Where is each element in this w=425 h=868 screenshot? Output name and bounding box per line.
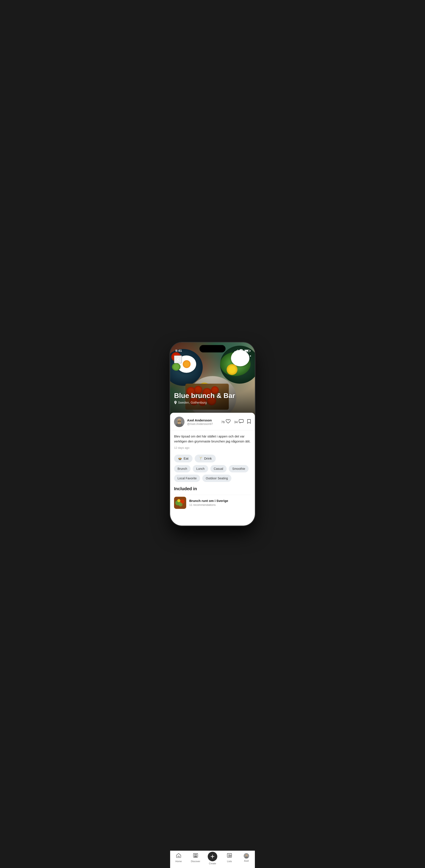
status-time: 9:41 — [175, 349, 182, 352]
more-button[interactable] — [246, 355, 251, 356]
review-text: Blev tipsad om det här stället i appen o… — [174, 434, 251, 444]
tag-casual-label: Casual — [214, 467, 223, 470]
svg-rect-6 — [179, 421, 181, 422]
dynamic-island — [199, 345, 226, 352]
svg-point-12 — [179, 503, 182, 506]
primary-tags: 🍲 Eat 🍸 Drink — [174, 455, 251, 462]
signal-icon — [234, 349, 238, 352]
lemon-2 — [227, 364, 237, 375]
back-button[interactable] — [174, 355, 182, 363]
user-actions: 76 34 — [221, 419, 251, 425]
comment-button[interactable]: 34 — [234, 419, 244, 425]
wifi-icon — [239, 349, 243, 352]
list-name: Brunch runt om i Sverige — [189, 499, 251, 503]
tag-outdoor-seating-label: Outdoor Seating — [206, 476, 228, 480]
tags-section: 🍲 Eat 🍸 Drink Brunch Lunch — [170, 451, 255, 486]
venue-location: Sweden, Gothenburg — [174, 401, 251, 404]
list-info: Brunch runt om i Sverige 11 recommendati… — [189, 499, 251, 506]
included-section: Included in Brunch runt om i Sverige — [170, 486, 255, 514]
comment-icon — [239, 419, 244, 425]
tag-smoothie-label: Smoothie — [232, 467, 245, 470]
user-name: Axel Andersson — [187, 418, 221, 422]
tag-brunch-label: Brunch — [177, 467, 187, 470]
tag-lunch[interactable]: Lunch — [193, 465, 208, 472]
tag-outdoor-seating[interactable]: Outdoor Seating — [202, 474, 231, 482]
tag-eat-label: Eat — [183, 457, 189, 460]
svg-point-13 — [177, 499, 180, 502]
comment-count: 34 — [234, 420, 238, 424]
tag-drink-label: Drink — [204, 457, 212, 460]
user-section: Axel Andersson @Axel.Andersson97 76 34 — [170, 413, 255, 430]
phone-frame: 9:41 — [170, 342, 255, 526]
avocado-1 — [172, 363, 180, 371]
tag-casual[interactable]: Casual — [210, 465, 227, 472]
tag-brunch[interactable]: Brunch — [174, 465, 191, 472]
tag-drink[interactable]: 🍸 Drink — [195, 455, 216, 462]
status-icons — [234, 349, 250, 352]
user-info: Axel Andersson @Axel.Andersson97 — [187, 418, 221, 426]
list-item[interactable]: Brunch runt om i Sverige 11 recommendati… — [174, 495, 251, 510]
drink-icon: 🍸 — [199, 457, 203, 461]
tag-lunch-label: Lunch — [196, 467, 204, 470]
list-count: 11 recommendations — [189, 503, 251, 506]
bookmark-icon — [247, 419, 251, 425]
svg-rect-8 — [239, 420, 243, 423]
review-time: 12 days ago — [174, 446, 251, 450]
included-title: Included in — [174, 486, 251, 491]
venue-title: Blue brunch & Bar — [174, 392, 251, 400]
eat-icon: 🍲 — [178, 457, 182, 461]
tag-eat[interactable]: 🍲 Eat — [174, 455, 193, 462]
phone-screen: 9:41 — [170, 342, 255, 526]
tag-local-favorite[interactable]: Local Favorite — [174, 474, 200, 482]
tag-smoothie[interactable]: Smoothie — [229, 465, 249, 472]
battery-icon — [244, 349, 250, 352]
tag-local-favorite-label: Local Favorite — [177, 476, 197, 480]
svg-rect-4 — [177, 422, 181, 424]
bookmark-button[interactable] — [247, 419, 251, 425]
hero-title-area: Blue brunch & Bar Sweden, Gothenburg — [174, 392, 251, 404]
svg-rect-7 — [179, 421, 179, 421]
user-avatar — [174, 416, 185, 427]
like-count: 76 — [221, 420, 225, 424]
list-thumbnail — [174, 497, 186, 509]
secondary-tags: Brunch Lunch Casual Smoothie Local Favor… — [174, 465, 251, 482]
user-handle: @Axel.Andersson97 — [187, 422, 221, 426]
content-area: Axel Andersson @Axel.Andersson97 76 34 — [170, 413, 255, 526]
svg-rect-5 — [178, 421, 179, 422]
review-section: Blev tipsad om det här stället i appen o… — [170, 430, 255, 451]
like-button[interactable]: 76 — [221, 419, 231, 425]
venue-location-text: Sweden, Gothenburg — [178, 401, 207, 404]
heart-icon — [226, 419, 230, 425]
